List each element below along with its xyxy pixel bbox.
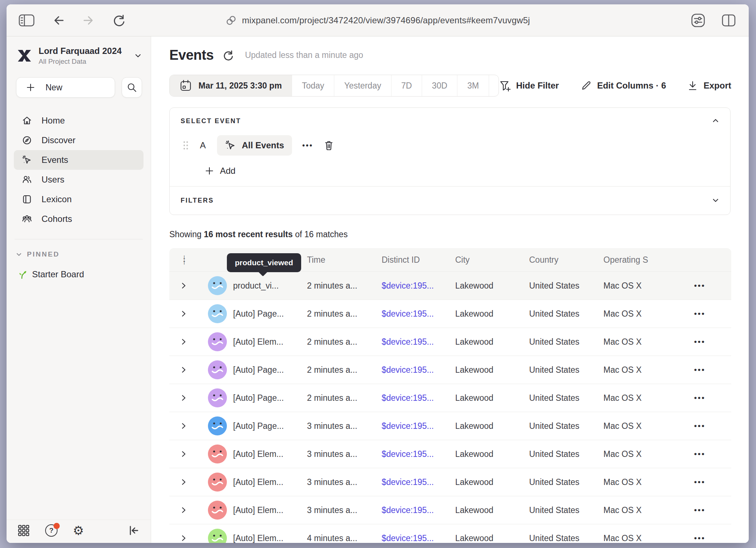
chevron-right-icon[interactable] [169, 394, 198, 402]
sidebar-item-users[interactable]: Users [14, 170, 143, 189]
chevron-right-icon[interactable] [169, 450, 198, 458]
sidebar-item-events[interactable]: Events [14, 150, 143, 170]
page-settings-icon[interactable] [690, 13, 706, 28]
table-row[interactable]: [Auto] Elem... 3 minutes a... $device:19… [169, 468, 731, 496]
sidebar-item-label: Users [42, 175, 64, 185]
chevron-right-icon[interactable] [169, 422, 198, 430]
row-more-options-icon[interactable]: ••• [685, 506, 731, 514]
event-name[interactable]: [Auto] Elem... [233, 505, 307, 515]
sidebar-item-lexicon[interactable]: Lexicon [14, 189, 143, 209]
date-picker[interactable]: Mar 11, 2025 3:30 pm [170, 75, 292, 96]
sidebar-item-discover[interactable]: Discover [14, 130, 143, 150]
row-more-options-icon[interactable]: ••• [685, 365, 731, 374]
event-name[interactable]: [Auto] Elem... [233, 449, 307, 459]
table-row[interactable]: [Auto] Page... 2 minutes a... $device:19… [169, 356, 731, 384]
chevron-right-icon[interactable] [169, 309, 198, 318]
distinct-id-link[interactable]: $device:195... [382, 449, 455, 459]
project-switcher[interactable]: Lord Farquaad 2024 All Project Data [16, 46, 143, 66]
event-time: 2 minutes a... [307, 281, 382, 291]
distinct-id-link[interactable]: $device:195... [382, 281, 455, 291]
event-name[interactable]: [Auto] Page... [233, 309, 307, 319]
chevron-right-icon[interactable] [169, 534, 198, 543]
hide-filter-button[interactable]: Hide Filter [499, 79, 559, 92]
column-header-city[interactable]: City [455, 255, 529, 265]
event-name[interactable]: [Auto] Page... [233, 393, 307, 403]
row-more-options-icon[interactable]: ••• [685, 281, 731, 290]
chevron-right-icon[interactable] [169, 337, 198, 346]
chevron-right-icon[interactable] [169, 365, 198, 374]
chevron-right-icon[interactable] [169, 281, 198, 290]
edit-columns-button[interactable]: Edit Columns · 6 [580, 79, 666, 92]
table-row[interactable]: [Auto] Elem... 2 minutes a... $device:19… [169, 328, 731, 356]
event-name[interactable]: product_vi... [233, 281, 307, 291]
export-button[interactable]: Export [687, 80, 731, 91]
row-more-options-icon[interactable]: ••• [685, 394, 731, 402]
event-selector-chip[interactable]: All Events [217, 135, 292, 156]
pinned-item-starter-board[interactable]: Starter Board [17, 269, 151, 279]
row-more-options-icon[interactable]: ••• [685, 450, 731, 458]
event-name[interactable]: [Auto] Elem... [233, 533, 307, 543]
preset-6m[interactable]: 6M [489, 75, 499, 96]
help-button[interactable]: ? [45, 524, 58, 537]
event-more-options-icon[interactable]: ••• [302, 141, 313, 150]
distinct-id-link[interactable]: $device:195... [382, 365, 455, 375]
back-icon[interactable] [51, 13, 66, 28]
distinct-id-link[interactable]: $device:195... [382, 477, 455, 487]
preset-30d[interactable]: 30D [422, 75, 457, 96]
sidebar-item-cohorts[interactable]: Cohorts [14, 209, 143, 229]
distinct-id-link[interactable]: $device:195... [382, 393, 455, 403]
row-more-options-icon[interactable]: ••• [685, 534, 731, 543]
gear-icon[interactable]: ⚙ [73, 524, 84, 537]
chevron-down-icon[interactable] [711, 196, 720, 205]
column-header-os[interactable]: Operating S [603, 255, 685, 265]
distinct-id-link[interactable]: $device:195... [382, 505, 455, 515]
event-name[interactable]: [Auto] Elem... [233, 337, 307, 347]
collapse-rows-icon[interactable]: ↓↑ [169, 255, 198, 265]
search-button[interactable] [122, 77, 142, 98]
distinct-id-link[interactable]: $device:195... [382, 337, 455, 347]
sidebar-toggle-icon[interactable] [18, 13, 35, 28]
collapse-sidebar-icon[interactable] [127, 525, 140, 536]
trash-icon[interactable] [323, 140, 334, 151]
row-more-options-icon[interactable]: ••• [685, 478, 731, 486]
refresh-icon[interactable] [112, 13, 126, 28]
column-header-country[interactable]: Country [529, 255, 603, 265]
column-header-distinct-id[interactable]: Distinct ID [382, 255, 455, 265]
pinned-section-toggle[interactable]: PINNED [15, 250, 151, 258]
distinct-id-link[interactable]: $device:195... [382, 533, 455, 543]
row-more-options-icon[interactable]: ••• [685, 309, 731, 318]
forward-icon[interactable] [82, 13, 96, 28]
preset-3m[interactable]: 3M [457, 75, 489, 96]
preset-yesterday[interactable]: Yesterday [334, 75, 391, 96]
table-row[interactable]: [Auto] Elem... 4 minutes a... $device:19… [169, 524, 731, 543]
table-row[interactable]: [Auto] Elem... 3 minutes a... $device:19… [169, 496, 731, 524]
table-row[interactable]: product_vi... 2 minutes a... $device:195… [169, 271, 731, 300]
distinct-id-link[interactable]: $device:195... [382, 309, 455, 319]
split-view-icon[interactable] [721, 13, 736, 27]
column-header-time[interactable]: Time [307, 255, 382, 265]
table-row[interactable]: [Auto] Elem... 3 minutes a... $device:19… [169, 440, 731, 468]
event-name[interactable]: [Auto] Page... [233, 421, 307, 431]
new-button[interactable]: New [16, 77, 115, 98]
distinct-id-link[interactable]: $device:195... [382, 421, 455, 431]
address-bar[interactable]: mixpanel.com/project/3472420/view/397469… [225, 15, 530, 26]
preset-7d[interactable]: 7D [391, 75, 422, 96]
event-country: United States [529, 477, 603, 487]
event-name[interactable]: [Auto] Page... [233, 365, 307, 375]
event-name[interactable]: [Auto] Elem... [233, 477, 307, 487]
table-row[interactable]: [Auto] Page... 3 minutes a... $device:19… [169, 412, 731, 440]
row-more-options-icon[interactable]: ••• [685, 337, 731, 346]
add-event-button[interactable]: Add [205, 166, 719, 176]
chevron-up-icon[interactable] [711, 117, 720, 125]
row-more-options-icon[interactable]: ••• [685, 422, 731, 430]
refresh-report-icon[interactable] [223, 49, 234, 62]
preset-today[interactable]: Today [292, 75, 334, 96]
apps-grid-icon[interactable] [17, 524, 30, 537]
chevron-right-icon[interactable] [169, 478, 198, 486]
drag-handle-icon[interactable] [183, 140, 189, 151]
chevron-right-icon[interactable] [169, 506, 198, 514]
sidebar-item-home[interactable]: Home [14, 111, 143, 130]
cohorts-icon [22, 214, 32, 224]
table-row[interactable]: [Auto] Page... 2 minutes a... $device:19… [169, 300, 731, 328]
table-row[interactable]: [Auto] Page... 2 minutes a... $device:19… [169, 384, 731, 412]
